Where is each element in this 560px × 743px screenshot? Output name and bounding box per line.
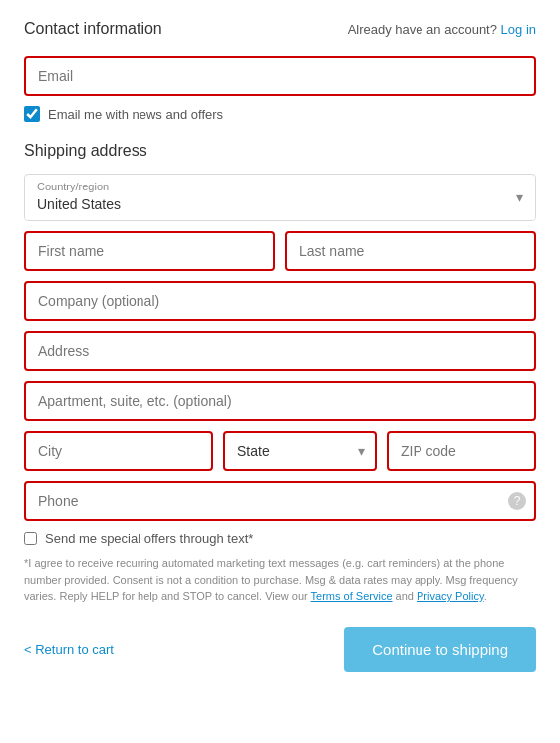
- company-input[interactable]: [24, 281, 536, 321]
- state-group: State AlabamaAlaskaArizonaArkansasCalifo…: [223, 431, 377, 471]
- login-prompt: Already have an account? Log in: [348, 22, 536, 37]
- phone-input[interactable]: [24, 481, 536, 521]
- special-offers-label: Send me special offers through text*: [45, 531, 253, 546]
- first-name-group: [24, 231, 275, 271]
- city-state-zip-row: State AlabamaAlaskaArizonaArkansasCalifo…: [24, 431, 536, 471]
- zip-input[interactable]: [387, 431, 536, 471]
- special-offers-checkbox[interactable]: [24, 532, 37, 545]
- page-header: Contact information Already have an acco…: [24, 20, 536, 38]
- phone-help-icon[interactable]: ?: [508, 492, 526, 510]
- apartment-group: [24, 381, 536, 421]
- country-select[interactable]: United States Canada United Kingdom: [25, 192, 535, 220]
- email-group: [24, 56, 536, 96]
- country-group: Country/region United States Canada Unit…: [24, 174, 536, 221]
- apartment-input[interactable]: [24, 381, 536, 421]
- page-title: Contact information: [24, 20, 162, 38]
- country-label: Country/region: [25, 175, 535, 192]
- newsletter-checkbox[interactable]: [24, 106, 40, 122]
- country-wrapper: Country/region United States Canada Unit…: [24, 174, 536, 221]
- terms-link[interactable]: Terms of Service: [311, 590, 393, 602]
- continue-to-shipping-button[interactable]: Continue to shipping: [344, 627, 536, 672]
- email-input[interactable]: [24, 56, 536, 96]
- state-wrapper: State AlabamaAlaskaArizonaArkansasCalifo…: [223, 431, 377, 471]
- shipping-section-title: Shipping address: [24, 142, 536, 160]
- first-name-input[interactable]: [24, 231, 275, 271]
- phone-group: ?: [24, 481, 536, 521]
- disclaimer-text: *I agree to receive recurring automated …: [24, 556, 536, 605]
- newsletter-row: Email me with news and offers: [24, 106, 536, 122]
- address-group: [24, 331, 536, 371]
- city-input[interactable]: [24, 431, 213, 471]
- state-select[interactable]: State AlabamaAlaskaArizonaArkansasCalifo…: [223, 431, 377, 471]
- login-link[interactable]: Log in: [501, 22, 536, 37]
- return-to-cart-link[interactable]: < Return to cart: [24, 642, 114, 657]
- newsletter-label: Email me with news and offers: [48, 107, 223, 122]
- last-name-group: [285, 231, 536, 271]
- address-input[interactable]: [24, 331, 536, 371]
- privacy-link[interactable]: Privacy Policy: [417, 590, 484, 602]
- company-group: [24, 281, 536, 321]
- last-name-input[interactable]: [285, 231, 536, 271]
- zip-group: [387, 431, 536, 471]
- name-row: [24, 231, 536, 271]
- footer-row: < Return to cart Continue to shipping: [24, 627, 536, 672]
- city-group: [24, 431, 213, 471]
- special-offers-row: Send me special offers through text*: [24, 531, 536, 546]
